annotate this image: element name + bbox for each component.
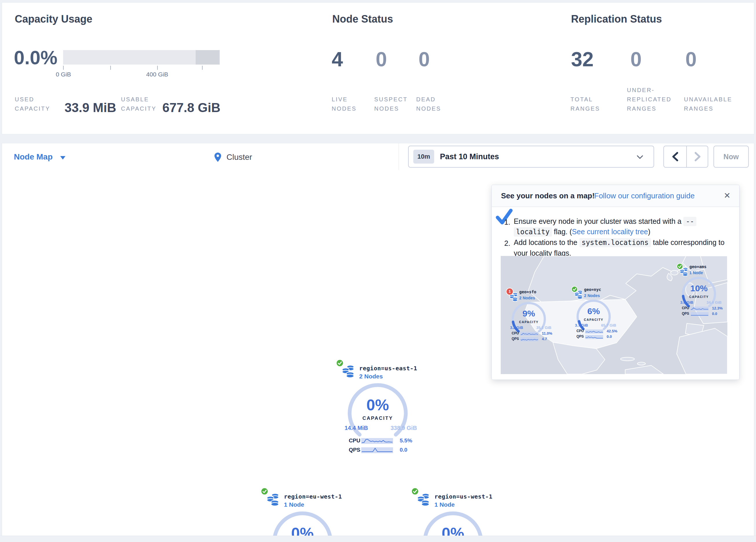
cpu-label: CPU bbox=[678, 306, 689, 310]
region-nodes-link[interactable]: 2 Nodes bbox=[359, 373, 383, 380]
axis-label-400: 400 GiB bbox=[137, 71, 177, 78]
chevron-right-icon bbox=[694, 152, 702, 161]
capacity-label: CAPACITY bbox=[346, 416, 410, 421]
chevron-down-icon bbox=[60, 156, 65, 159]
cpu-value: 12.3% bbox=[712, 306, 723, 311]
example-node-map: 1 geo=sfo 2 Nodes 9% CAPACITY 3.2 GiB 35… bbox=[501, 256, 727, 374]
location-pin-icon bbox=[214, 152, 221, 162]
suspect-nodes-value: 0 bbox=[376, 48, 387, 70]
axis-label-0: 0 GiB bbox=[43, 71, 84, 78]
usable-capacity-value: 677.8 GiB bbox=[162, 100, 221, 115]
qps-sparkline bbox=[585, 335, 603, 339]
under-replicated-ranges-value: 0 bbox=[630, 48, 642, 70]
under-replicated-label-1: UNDER- bbox=[627, 85, 655, 95]
qps-label: QPS bbox=[331, 447, 360, 453]
breadcrumb[interactable]: Cluster bbox=[214, 143, 252, 170]
qps-value: 4.7 bbox=[542, 337, 547, 341]
axis-tick bbox=[63, 66, 64, 70]
region-group-us-east-1[interactable]: region=us-east-1 2 Nodes 0% CAPACITY 14.… bbox=[317, 355, 438, 460]
cpu-sparkline bbox=[520, 332, 538, 336]
mini-region-geo-ams: geo=ams 1 Node 10% CAPACITY 3.6 GiB 34.4… bbox=[674, 264, 724, 319]
under-replicated-label-2: REPLICATED bbox=[627, 95, 671, 104]
capacity-usage-bar-segment bbox=[196, 50, 220, 65]
mini-region-geo-sfo: 1 geo=sfo 2 Nodes 9% CAPACITY 3.2 GiB 35… bbox=[504, 290, 553, 345]
capacity-percent: 6% bbox=[576, 306, 611, 316]
region-nodes-link: 2 Nodes bbox=[584, 293, 600, 298]
capacity-percent: 9% bbox=[511, 309, 546, 319]
qps-value: 0.0 bbox=[400, 447, 407, 453]
region-name: geo=nyc bbox=[584, 287, 601, 292]
view-selector-label: Node Map bbox=[14, 152, 53, 161]
time-step-back-button[interactable] bbox=[664, 146, 686, 167]
step-text: Ensure every node in your cluster was st… bbox=[514, 217, 681, 225]
dead-nodes-label-1: DEAD bbox=[416, 95, 436, 104]
capacity-percent: 0% bbox=[346, 396, 410, 414]
axis-tick bbox=[202, 66, 203, 70]
region-nodes-link[interactable]: 1 Node bbox=[434, 501, 455, 508]
code-snippet: locality bbox=[514, 227, 552, 236]
total-capacity: 338.9 GiB bbox=[381, 425, 427, 431]
time-step-forward-button[interactable] bbox=[687, 146, 708, 167]
region-name: region=eu-west-1 bbox=[284, 493, 342, 500]
close-icon[interactable]: ✕ bbox=[724, 185, 731, 206]
region-name: region=us-east-1 bbox=[359, 365, 417, 372]
suspect-nodes-label-2: NODES bbox=[374, 104, 399, 113]
unavailable-ranges-label-1: UNAVAILABLE bbox=[684, 95, 732, 104]
cpu-label: CPU bbox=[507, 331, 519, 335]
region-group-us-west-1[interactable]: region=us-west-1 1 Node 0% CAPACITY 9.6 … bbox=[392, 484, 514, 542]
qps-sparkline bbox=[520, 337, 538, 341]
used-capacity-value: 33.9 MiB bbox=[65, 100, 116, 115]
step2-line1: Add locations to the system.locations ta… bbox=[514, 238, 724, 247]
region-nodes-link[interactable]: 1 Node bbox=[284, 501, 304, 508]
capacity-label: CAPACITY bbox=[511, 320, 546, 324]
now-button-label: Now bbox=[714, 146, 748, 167]
configuration-guide-link[interactable]: Follow our configuration guide bbox=[594, 185, 695, 206]
popup-header: See your nodes on a map! Follow our conf… bbox=[492, 185, 739, 207]
qps-value: 0.0 bbox=[712, 312, 717, 316]
step-text: flag. ( bbox=[554, 227, 572, 236]
region-nodes-link: 1 Node bbox=[689, 270, 703, 275]
live-nodes-label-1: LIVE bbox=[332, 95, 348, 104]
used-capacity: 3.6 GiB bbox=[675, 300, 698, 305]
time-range-selector[interactable]: 10m Past 10 Minutes bbox=[408, 146, 654, 168]
region-group-eu-west-1[interactable]: region=eu-west-1 1 Node 0% CAPACITY 9.9 … bbox=[242, 484, 363, 542]
replication-status-title: Replication Status bbox=[571, 13, 662, 25]
chevron-left-icon bbox=[671, 152, 679, 161]
code-snippet: -- bbox=[683, 217, 696, 226]
total-ranges-label-1: TOTAL bbox=[570, 95, 593, 104]
axis-tick bbox=[157, 66, 158, 70]
nodes-db-icon bbox=[417, 492, 430, 506]
breadcrumb-label: Cluster bbox=[226, 152, 252, 161]
capacity-label: CAPACITY bbox=[682, 295, 716, 299]
total-ranges-label-2: RANGES bbox=[570, 104, 600, 113]
code-snippet: system.locations bbox=[579, 238, 651, 247]
step-number: 2. bbox=[493, 238, 510, 248]
view-selector[interactable]: Node Map bbox=[14, 143, 65, 170]
now-button[interactable]: Now bbox=[713, 146, 749, 168]
next-section-edge bbox=[0, 536, 756, 542]
time-range-badge: 10m bbox=[413, 150, 434, 163]
node-status-title: Node Status bbox=[332, 13, 393, 25]
dead-nodes-value: 0 bbox=[419, 48, 430, 70]
cluster-summary-bar: Capacity Usage 0.0% 0 GiB 400 GiB USED C… bbox=[2, 2, 754, 134]
qps-label: QPS bbox=[507, 337, 519, 341]
unavailable-ranges-value: 0 bbox=[685, 48, 697, 70]
total-capacity: 34.4 GiB bbox=[702, 300, 726, 305]
suspect-nodes-label-1: SUSPECT bbox=[374, 95, 408, 104]
cpu-label: CPU bbox=[331, 438, 360, 444]
cpu-value: 5.5% bbox=[400, 438, 412, 444]
toolbar-divider bbox=[399, 143, 399, 170]
usable-capacity-label-2: CAPACITY bbox=[121, 104, 157, 113]
used-capacity: 3.2 GiB bbox=[505, 326, 528, 330]
cpu-sparkline bbox=[585, 330, 603, 334]
capacity-label: CAPACITY bbox=[576, 318, 611, 322]
nodes-db-icon bbox=[267, 492, 279, 506]
step-text: table corresponding to bbox=[653, 238, 724, 246]
locality-tree-link[interactable]: See current locality tree bbox=[572, 227, 648, 236]
cpu-value: 11.0% bbox=[542, 331, 552, 336]
total-capacity: 65.7 GiB bbox=[597, 323, 620, 328]
capacity-usage-percent: 0.0% bbox=[14, 47, 57, 68]
qps-label: QPS bbox=[572, 335, 584, 339]
qps-label: QPS bbox=[678, 312, 689, 316]
step1-line1: Ensure every node in your cluster was st… bbox=[514, 216, 696, 226]
